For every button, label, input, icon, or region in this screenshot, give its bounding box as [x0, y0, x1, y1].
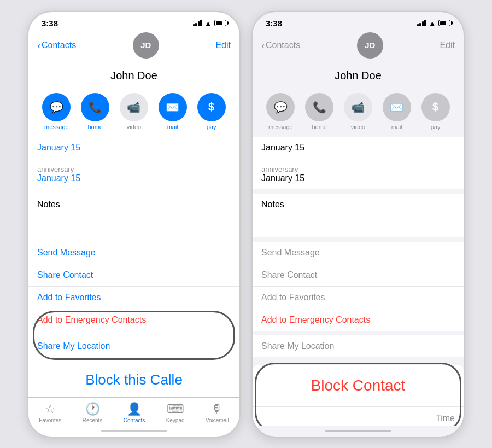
action-buttons-left: 💬 message 📞 home 📹 video ✉️ mail $ pay [28, 89, 239, 137]
nav-bar-left: ‹ Contacts JD Edit [28, 30, 239, 63]
tab-voicemail-left[interactable]: 🎙 Voicemail [206, 402, 229, 423]
nav-bar-right: ‹ Contacts JD Edit [253, 30, 464, 63]
back-button-right[interactable]: ‹ Contacts [261, 40, 300, 50]
birthday-date-right: January 15 [253, 137, 464, 159]
action-video-right[interactable]: 📹 video [344, 93, 372, 130]
contacts-label: Contacts [124, 417, 145, 423]
message-label-right: message [268, 124, 293, 130]
menu-section-left: Send Message Share Contact Add to Favori… [28, 242, 239, 331]
block-section-right: Block Contact Time [253, 362, 464, 426]
contacts-icon: 👤 [127, 402, 142, 416]
scroll-content-right: January 15 anniversary January 15 Notes … [253, 137, 464, 426]
home-label-right: home [312, 124, 327, 130]
voicemail-icon: 🎙 [211, 402, 223, 416]
birthday-date-left: January 15 [28, 137, 239, 159]
notes-label-left: Notes [37, 200, 60, 209]
dates-section-right: January 15 anniversary January 15 [253, 137, 464, 189]
status-icons-left: ▲ [193, 19, 226, 27]
share-contact-right[interactable]: Share Contact [253, 264, 464, 287]
status-bar-right: 3:38 ▲ [253, 12, 464, 30]
send-message-left[interactable]: Send Message [28, 242, 239, 264]
edit-button-right[interactable]: Edit [440, 40, 455, 50]
block-caller-text-left[interactable]: Block this Calle [28, 362, 239, 397]
action-video[interactable]: 📹 video [120, 93, 148, 130]
wifi-icon-right: ▲ [429, 19, 436, 27]
contact-name-left: John Doe [110, 69, 157, 82]
home-circle-right: 📞 [305, 93, 333, 121]
favorites-icon: ☆ [45, 402, 56, 416]
back-label-right: Contacts [266, 40, 300, 50]
action-message-right[interactable]: 💬 message [266, 93, 295, 130]
favorites-label: Favorites [39, 417, 61, 423]
left-phone: 3:38 ▲ ‹ Contacts JD Edit John Doe 💬 mes… [27, 11, 241, 438]
status-time-right: 3:38 [266, 19, 282, 28]
action-mail[interactable]: ✉️ mail [159, 93, 187, 130]
anniversary-item-left: anniversary January 15 [28, 159, 239, 189]
dates-section-left: January 15 anniversary January 15 [28, 137, 239, 189]
action-mail-right[interactable]: ✉️ mail [383, 93, 411, 130]
tab-contacts-left[interactable]: 👤 Contacts [124, 402, 145, 423]
keypad-icon: ⌨ [167, 402, 184, 416]
video-label: video [127, 124, 141, 130]
status-time-left: 3:38 [42, 19, 58, 28]
message-label: message [44, 124, 69, 130]
home-indicator-right [253, 426, 464, 437]
video-circle-right: 📹 [344, 93, 372, 121]
pay-circle-right: $ [421, 93, 450, 121]
pay-circle: $ [197, 93, 226, 121]
add-emergency-left[interactable]: Add to Emergency Contacts [28, 309, 239, 331]
add-favorites-left[interactable]: Add to Favorites [28, 287, 239, 309]
notes-label-right: Notes [261, 200, 284, 209]
recents-label: Recents [83, 417, 103, 423]
share-contact-left[interactable]: Share Contact [28, 264, 239, 287]
wifi-icon: ▲ [204, 19, 212, 27]
edit-button-left[interactable]: Edit [215, 40, 231, 50]
contact-name-right: John Doe [335, 69, 382, 82]
home-label: home [87, 124, 103, 130]
send-message-right[interactable]: Send Message [253, 242, 464, 264]
share-location-right[interactable]: Share My Location [253, 335, 464, 357]
share-location-section-right: Share My Location [253, 335, 464, 357]
chevron-left-icon: ‹ [37, 40, 40, 50]
chevron-left-icon-right: ‹ [261, 40, 265, 50]
add-emergency-right[interactable]: Add to Emergency Contacts [253, 309, 464, 331]
add-favorites-right[interactable]: Add to Favorites [253, 287, 464, 309]
block-section-left: Block this Calle [28, 362, 239, 397]
mail-circle: ✉️ [159, 93, 187, 121]
avatar-left: JD [133, 32, 159, 59]
action-pay[interactable]: $ pay [197, 93, 226, 130]
tab-recents-left[interactable]: 🕐 Recents [83, 402, 103, 423]
share-location-left[interactable]: Share My Location [28, 335, 239, 357]
action-buttons-right: 💬 message 📞 home 📹 video ✉️ mail $ pay [253, 89, 464, 137]
signal-icon-right [417, 20, 426, 26]
tab-keypad-left[interactable]: ⌨ Keypad [166, 402, 185, 423]
status-bar-left: 3:38 ▲ [28, 12, 239, 30]
tab-bar-left: ☆ Favorites 🕐 Recents 👤 Contacts ⌨ Keypa… [28, 397, 239, 426]
action-pay-right[interactable]: $ pay [421, 93, 450, 130]
avatar-right: JD [357, 32, 383, 59]
notes-section-left: Notes [28, 194, 239, 237]
action-home-right[interactable]: 📞 home [305, 93, 333, 130]
action-message[interactable]: 💬 message [42, 93, 71, 130]
voicemail-label: Voicemail [206, 417, 229, 423]
notes-item-right[interactable]: Notes [253, 194, 464, 237]
recents-icon: 🕐 [85, 402, 100, 416]
block-contact-text-right[interactable]: Block Contact [253, 365, 464, 406]
video-label-right: video [351, 124, 365, 130]
signal-icon [193, 20, 202, 26]
pay-label: pay [207, 124, 216, 130]
action-home[interactable]: 📞 home [81, 93, 109, 130]
scroll-content-left: January 15 anniversary January 15 Notes … [28, 137, 239, 397]
back-button-left[interactable]: ‹ Contacts [37, 40, 76, 50]
tab-favorites-left[interactable]: ☆ Favorites [39, 402, 61, 423]
video-circle: 📹 [120, 93, 148, 121]
menu-section-right: Send Message Share Contact Add to Favori… [253, 242, 464, 331]
message-circle: 💬 [42, 93, 71, 121]
mail-circle-right: ✉️ [383, 93, 411, 121]
pay-label-right: pay [431, 124, 441, 130]
message-circle-right: 💬 [266, 93, 295, 121]
back-label-left: Contacts [42, 40, 76, 50]
time-item-right: Time [253, 406, 464, 426]
time-label-right: Time [436, 414, 455, 423]
notes-item-left[interactable]: Notes [28, 194, 239, 237]
